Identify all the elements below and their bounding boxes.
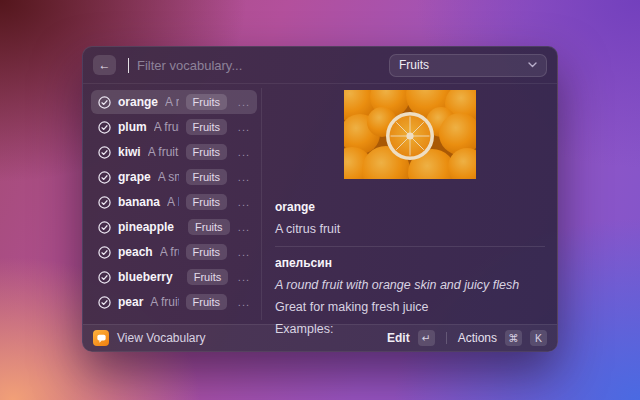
footer-separator [446,332,447,344]
list-item-description: A fruit with... [160,245,179,259]
detail-translation-definition: A round fruit with orange skin and juicy… [275,278,545,292]
more-ellipsis-icon: ... [237,221,250,233]
list-item-tag: Fruits [187,269,229,285]
list-item[interactable]: grapeA small, ro...Fruits... [91,165,257,189]
list-item-tag: Fruits [186,94,228,110]
check-circle-icon [98,221,111,234]
list-item-word: grape [118,170,151,184]
check-circle-icon [98,296,111,309]
k-key-icon: K [530,330,547,346]
detail-word: orange [275,200,545,214]
list-item[interactable]: bananaA long, c...Fruits... [91,190,257,214]
list-item-word: pineapple [118,220,174,234]
dropdown-value: Fruits [399,58,429,72]
list-item[interactable]: pearA fruit often...Fruits... [91,290,257,314]
list-item[interactable]: orangeA round f...Fruits... [91,90,257,114]
footer-bar: View Vocabulary Edit ↵ Actions ⌘ K [83,324,557,351]
list-item[interactable]: pineappleA delici...Fruits... [91,215,257,239]
check-circle-icon [98,146,111,159]
list-item[interactable]: blueberryA swee...Fruits... [91,265,257,289]
list-item-description: A fruit often... [154,120,179,134]
list-item-word: pear [118,295,143,309]
check-circle-icon [98,171,111,184]
chevron-down-icon [528,62,537,68]
list-item-word: blueberry [118,270,173,284]
list-item-tag: Fruits [186,194,228,210]
list-item-tag: Fruits [186,169,228,185]
more-ellipsis-icon: ... [234,96,250,108]
check-circle-icon [98,96,111,109]
more-ellipsis-icon: ... [234,171,250,183]
check-circle-icon [98,246,111,259]
list-item-tag: Fruits [186,294,228,310]
list-item-word: plum [118,120,147,134]
check-circle-icon [98,196,111,209]
category-dropdown[interactable]: Fruits [389,54,547,77]
footer-app-name: View Vocabulary [117,331,206,345]
list-item-tag: Fruits [188,219,230,235]
window-body: orangeA round f...Fruits...plumA fruit o… [83,84,557,324]
check-circle-icon [98,271,111,284]
more-ellipsis-icon: ... [234,196,250,208]
actions-menu-button[interactable]: Actions [458,331,497,345]
text-caret [128,58,129,73]
vocabulary-list: orangeA round f...Fruits...plumA fruit o… [83,84,261,324]
more-ellipsis-icon: ... [234,296,250,308]
detail-divider [275,246,545,247]
more-ellipsis-icon: ... [234,146,250,158]
app-window: ← Fruits orangeA round f...Fruits...plum… [82,46,558,352]
list-item[interactable]: plumA fruit often...Fruits... [91,115,257,139]
command-key-icon: ⌘ [505,330,522,346]
list-item-tag: Fruits [186,244,228,260]
edit-action-button[interactable]: Edit [387,331,410,345]
speech-bubble-icon [96,333,107,344]
list-item-word: kiwi [118,145,141,159]
list-item-description: A fruit known... [148,145,179,159]
list-item-description: A long, c... [167,195,178,209]
list-item-word: banana [118,195,160,209]
check-circle-icon [98,121,111,134]
detail-definition: A citrus fruit [275,222,545,236]
list-item-description: A round f... [165,95,178,109]
detail-usage-note: Great for making fresh juice [275,300,545,314]
list-item-description: A fruit often... [150,295,178,309]
return-key-icon: ↵ [418,330,435,346]
list-item-word: orange [118,95,158,109]
back-arrow-icon: ← [99,58,111,72]
list-item-tag: Fruits [186,144,228,160]
list-item-tag: Fruits [186,119,228,135]
search-input[interactable] [137,58,381,73]
list-item-word: peach [118,245,153,259]
back-button[interactable]: ← [93,55,116,75]
more-ellipsis-icon: ... [234,246,250,258]
detail-panel: orange A citrus fruit апельсин A round f… [262,84,557,324]
oranges-image [344,90,476,179]
detail-translation: апельсин [275,256,545,270]
header-bar: ← Fruits [83,47,557,84]
list-item-description: A small, ro... [158,170,179,184]
app-icon [93,330,109,346]
more-ellipsis-icon: ... [234,121,250,133]
list-item[interactable]: kiwiA fruit known...Fruits... [91,140,257,164]
list-item[interactable]: peachA fruit with...Fruits... [91,240,257,264]
desktop-background: { "window": { "header": { "back_icon": "… [0,0,640,400]
more-ellipsis-icon: ... [235,271,250,283]
